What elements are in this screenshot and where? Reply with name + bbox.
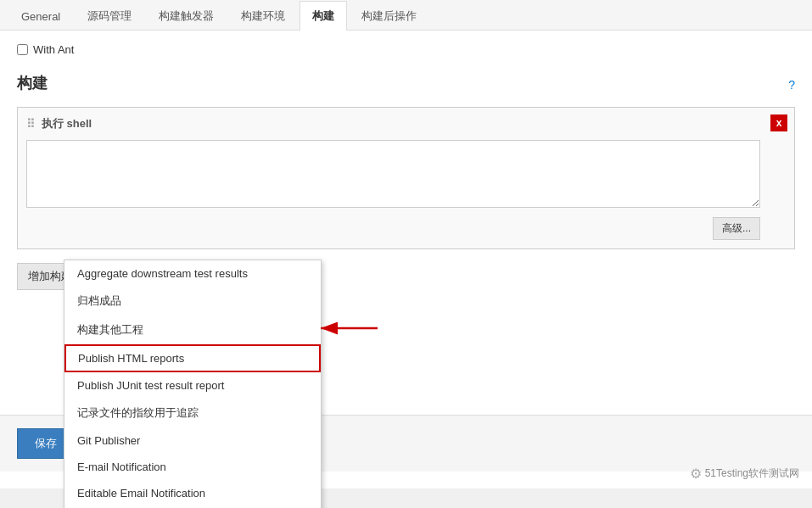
tab-post-build[interactable]: 构建后操作 [349,1,429,31]
build-block: ⠿ 执行 shell 高级... x [17,107,795,249]
dropdown-item-2[interactable]: 构建其他工程 [64,315,321,344]
build-block-header: ⠿ 执行 shell [26,116,760,131]
tab-build-env[interactable]: 构建环境 [228,1,298,31]
with-ant-label: With Ant [33,43,74,56]
with-ant-checkbox[interactable] [17,44,28,55]
dropdown-item-4[interactable]: Publish JUnit test result report [64,372,321,399]
tab-general[interactable]: General [8,3,73,30]
dropdown-item-0[interactable]: Aggregate downstream test results [64,260,321,287]
with-ant-row: With Ant [17,43,795,56]
main-content: ? With Ant 构建 ⠿ 执行 shell 高级... x Aggrega… [0,31,812,488]
section-title: 构建 [17,73,795,93]
build-block-title: 执行 shell [42,116,92,131]
delete-build-block-button[interactable]: x [770,114,787,131]
tab-trigger[interactable]: 构建触发器 [146,1,227,31]
dropdown-item-6[interactable]: Git Publisher [64,427,321,454]
dropdown-item-8[interactable]: Editable Email Notification [64,480,321,506]
tab-bar: General 源码管理 构建触发器 构建环境 构建 构建后操作 [0,0,812,31]
section-help-icon[interactable]: ? [788,78,795,92]
shell-textarea[interactable] [26,140,760,208]
dropdown-menu: Aggregate downstream test results 归档成品 构… [64,260,322,508]
dropdown-item-5[interactable]: 记录文件的指纹用于追踪 [64,399,321,427]
dropdown-item-3[interactable]: Publish HTML reports [64,344,321,372]
watermark: ⚙ 51Testing软件测试网 [690,466,799,482]
watermark-icon: ⚙ [690,466,702,482]
drag-handle-icon: ⠿ [26,117,35,131]
dropdown-item-1[interactable]: 归档成品 [64,287,321,315]
arrow-indicator [314,315,382,343]
tab-source[interactable]: 源码管理 [75,1,144,31]
advanced-btn-row: 高级... [26,217,760,240]
tab-build[interactable]: 构建 [300,1,347,31]
dropdown-item-7[interactable]: E-mail Notification [64,454,321,480]
advanced-button[interactable]: 高级... [713,217,760,240]
watermark-text: 51Testing软件测试网 [705,466,799,481]
